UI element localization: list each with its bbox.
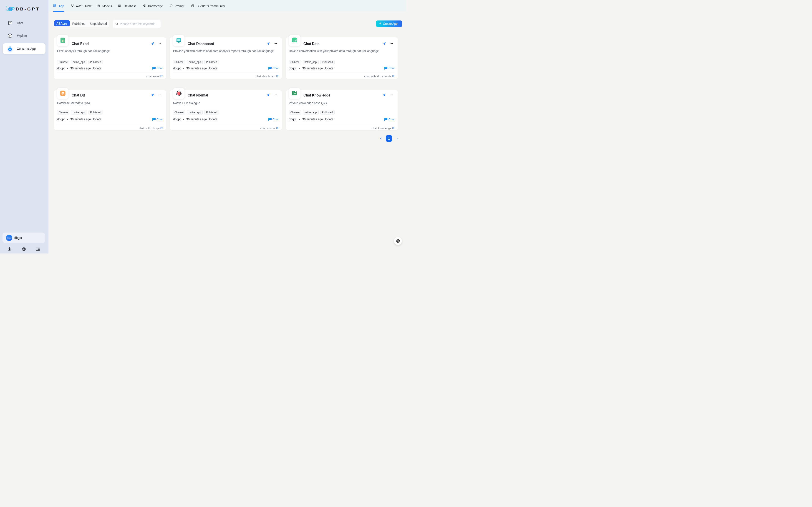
svg-text:x: x (62, 39, 64, 43)
svg-text:SQL: SQL (119, 5, 120, 6)
